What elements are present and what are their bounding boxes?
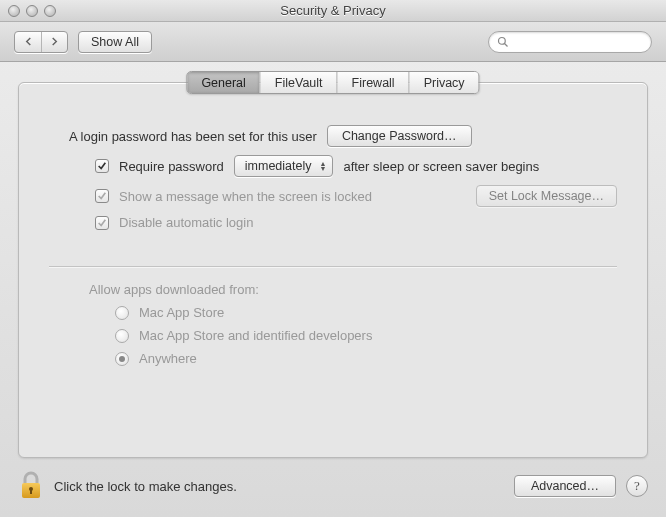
show-lock-message-checkbox	[95, 189, 109, 203]
close-window-button[interactable]	[8, 5, 20, 17]
window-title: Security & Privacy	[0, 3, 666, 18]
radio-identified-developers-label: Mac App Store and identified developers	[139, 328, 372, 343]
radio-mac-app-store	[115, 306, 129, 320]
radio-anywhere	[115, 352, 129, 366]
set-lock-message-button: Set Lock Message…	[476, 185, 617, 207]
check-icon	[97, 161, 107, 171]
toolbar: Show All	[0, 22, 666, 62]
lock-button[interactable]	[18, 471, 44, 501]
back-button[interactable]	[15, 32, 41, 52]
svg-line-1	[505, 43, 508, 46]
minimize-window-button[interactable]	[26, 5, 38, 17]
chevron-left-icon	[24, 37, 33, 46]
require-password-label: Require password	[119, 159, 224, 174]
footer: Click the lock to make changes. Advanced…	[0, 471, 666, 517]
tab-general[interactable]: General	[187, 72, 259, 93]
change-password-button[interactable]: Change Password…	[327, 125, 472, 147]
lock-icon	[18, 471, 44, 501]
window-controls	[0, 5, 56, 17]
nav-back-forward	[14, 31, 68, 53]
require-password-suffix: after sleep or screen saver begins	[343, 159, 539, 174]
require-password-checkbox[interactable]	[95, 159, 109, 173]
stepper-arrows-icon: ▲▼	[319, 161, 326, 171]
show-all-button[interactable]: Show All	[78, 31, 152, 53]
tab-firewall[interactable]: Firewall	[337, 72, 409, 93]
allow-apps-heading: Allow apps downloaded from:	[89, 282, 617, 297]
tab-bar: General FileVault Firewall Privacy	[186, 71, 479, 94]
svg-rect-4	[30, 489, 32, 494]
disable-auto-login-checkbox	[95, 216, 109, 230]
search-icon	[497, 36, 509, 48]
search-field[interactable]	[488, 31, 652, 53]
check-icon	[97, 191, 107, 201]
tab-filevault[interactable]: FileVault	[260, 72, 337, 93]
password-status-text: A login password has been set for this u…	[69, 129, 317, 144]
check-icon	[97, 218, 107, 228]
preferences-panel: General FileVault Firewall Privacy A log…	[18, 82, 648, 458]
svg-point-0	[499, 37, 506, 44]
radio-identified-developers	[115, 329, 129, 343]
search-input[interactable]	[514, 35, 643, 49]
lock-message: Click the lock to make changes.	[54, 479, 237, 494]
tab-privacy[interactable]: Privacy	[409, 72, 479, 93]
radio-mac-app-store-label: Mac App Store	[139, 305, 224, 320]
forward-button[interactable]	[41, 32, 67, 52]
show-lock-message-label: Show a message when the screen is locked	[119, 189, 372, 204]
chevron-right-icon	[50, 37, 59, 46]
zoom-window-button[interactable]	[44, 5, 56, 17]
titlebar: Security & Privacy	[0, 0, 666, 22]
help-button[interactable]: ?	[626, 475, 648, 497]
disable-auto-login-label: Disable automatic login	[119, 215, 253, 230]
radio-anywhere-label: Anywhere	[139, 351, 197, 366]
require-password-delay-popup[interactable]: immediately ▲▼	[234, 155, 334, 177]
advanced-button[interactable]: Advanced…	[514, 475, 616, 497]
